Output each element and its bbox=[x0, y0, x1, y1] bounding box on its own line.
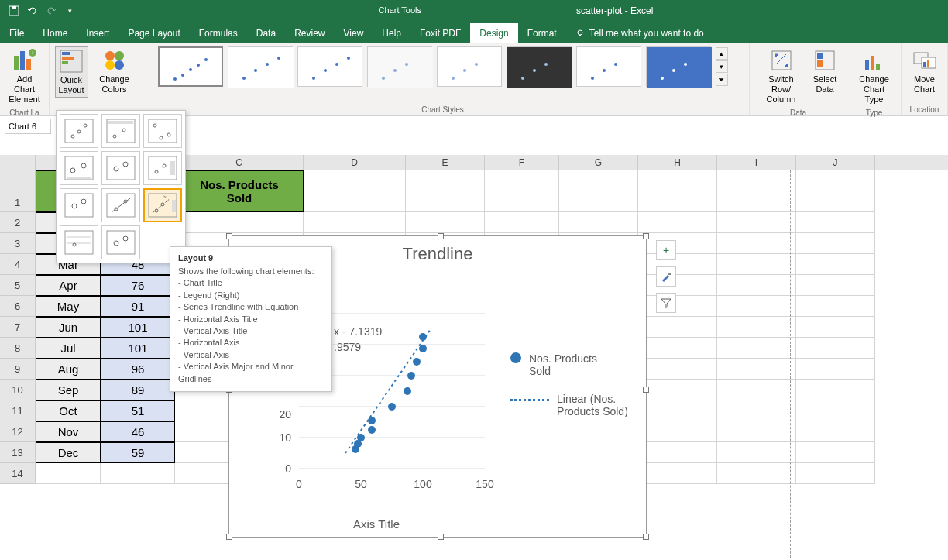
col-header-e[interactable]: E bbox=[406, 155, 485, 170]
add-chart-element-button[interactable]: + Add Chart Element bbox=[5, 46, 43, 107]
layout-5[interactable] bbox=[101, 151, 140, 185]
tab-foxit[interactable]: Foxit PDF bbox=[410, 23, 470, 43]
layout-10[interactable] bbox=[60, 225, 98, 259]
row-header-11[interactable]: 11 bbox=[0, 400, 36, 421]
layout-7[interactable] bbox=[60, 188, 98, 222]
customize-qat-icon[interactable]: ▾ bbox=[62, 3, 77, 19]
resize-handle-s[interactable] bbox=[438, 534, 444, 540]
resize-handle-ne[interactable] bbox=[643, 233, 649, 239]
cell-b7[interactable]: 101 bbox=[101, 317, 175, 338]
select-all-corner[interactable] bbox=[0, 155, 36, 170]
name-box[interactable] bbox=[5, 119, 51, 134]
tab-data[interactable]: Data bbox=[247, 23, 285, 43]
row-header-8[interactable]: 8 bbox=[0, 338, 36, 359]
tab-home[interactable]: Home bbox=[33, 23, 77, 43]
tab-format[interactable]: Format bbox=[518, 23, 566, 43]
cell-a7[interactable]: Jun bbox=[36, 317, 101, 338]
col-header-c[interactable]: C bbox=[175, 155, 304, 170]
cell-a9[interactable]: Aug bbox=[36, 359, 101, 380]
tab-view[interactable]: View bbox=[335, 23, 373, 43]
cell-b10[interactable]: 89 bbox=[101, 380, 175, 400]
resize-handle-sw[interactable] bbox=[226, 534, 232, 540]
row-header-1[interactable]: 1 bbox=[0, 170, 36, 212]
chart-elements-button[interactable]: + bbox=[656, 240, 676, 260]
col-header-f[interactable]: F bbox=[485, 155, 559, 170]
layout-2[interactable] bbox=[101, 114, 140, 148]
chart-legend[interactable]: Nos. Products Sold Linear (Nos. Products… bbox=[510, 352, 634, 433]
chart-style-2[interactable] bbox=[228, 46, 293, 87]
cell-b6[interactable]: 91 bbox=[101, 296, 175, 317]
col-header-g[interactable]: G bbox=[559, 155, 638, 170]
row-header-14[interactable]: 14 bbox=[0, 463, 36, 484]
cell-b8[interactable]: 101 bbox=[101, 338, 175, 359]
cell-a13[interactable]: Dec bbox=[36, 442, 101, 463]
x-axis-title[interactable]: Axis Title bbox=[353, 517, 400, 531]
tab-review[interactable]: Review bbox=[285, 23, 334, 43]
row-header-9[interactable]: 9 bbox=[0, 359, 36, 380]
row-header-10[interactable]: 10 bbox=[0, 380, 36, 400]
col-header-i[interactable]: I bbox=[717, 155, 796, 170]
layout-4[interactable] bbox=[60, 151, 98, 185]
cell-a12[interactable]: Nov bbox=[36, 421, 101, 442]
chart-filters-button[interactable] bbox=[656, 293, 676, 313]
resize-handle-n[interactable] bbox=[438, 233, 444, 239]
chart-style-5[interactable] bbox=[437, 46, 502, 87]
row-header-13[interactable]: 13 bbox=[0, 442, 36, 463]
cell-b5[interactable]: 76 bbox=[101, 275, 175, 296]
tab-file[interactable]: File bbox=[0, 23, 33, 43]
select-data-button[interactable]: Select Data bbox=[809, 46, 840, 107]
cell-b11[interactable]: 51 bbox=[101, 400, 175, 421]
cell-b13[interactable]: 59 bbox=[101, 442, 175, 463]
styles-scroll-up[interactable]: ▴ bbox=[716, 47, 728, 60]
chart-style-4[interactable] bbox=[367, 46, 432, 87]
switch-row-column-button[interactable]: Switch Row/ Column bbox=[756, 46, 806, 107]
col-header-h[interactable]: H bbox=[638, 155, 717, 170]
col-header-d[interactable]: D bbox=[304, 155, 406, 170]
chart-styles-button[interactable] bbox=[656, 266, 676, 287]
chart-style-1[interactable] bbox=[158, 46, 223, 87]
change-colors-button[interactable]: Change Colors bbox=[96, 46, 132, 96]
move-chart-button[interactable]: Move Chart bbox=[908, 46, 941, 96]
styles-scroll-down[interactable]: ▾ bbox=[716, 60, 728, 73]
cell-a11[interactable]: Oct bbox=[36, 400, 101, 421]
cell-b12[interactable]: 46 bbox=[101, 421, 175, 442]
cell-a6[interactable]: May bbox=[36, 296, 101, 317]
cell-b9[interactable]: 96 bbox=[101, 359, 175, 380]
layout-1[interactable] bbox=[60, 114, 98, 148]
quick-layout-button[interactable]: Quick Layout bbox=[55, 46, 88, 98]
cell-a10[interactable]: Sep bbox=[36, 380, 101, 400]
resize-handle-nw[interactable] bbox=[226, 233, 232, 239]
redo-icon[interactable] bbox=[43, 3, 59, 19]
undo-icon[interactable] bbox=[25, 3, 40, 19]
tab-page-layout[interactable]: Page Layout bbox=[118, 23, 189, 43]
layout-3[interactable] bbox=[143, 114, 182, 148]
cell-a5[interactable]: Apr bbox=[36, 275, 101, 296]
resize-handle-e[interactable] bbox=[643, 387, 649, 393]
row-header-7[interactable]: 7 bbox=[0, 317, 36, 338]
col-header-j[interactable]: J bbox=[796, 155, 875, 170]
row-header-3[interactable]: 3 bbox=[0, 233, 36, 254]
cell-a8[interactable]: Jul bbox=[36, 338, 101, 359]
tab-insert[interactable]: Insert bbox=[77, 23, 118, 43]
row-header-2[interactable]: 2 bbox=[0, 212, 36, 233]
cell-c1[interactable]: Nos. ProductsSold bbox=[175, 170, 304, 212]
save-icon[interactable] bbox=[6, 3, 22, 19]
chart-style-6[interactable] bbox=[507, 46, 572, 87]
layout-9[interactable]: fx bbox=[143, 188, 182, 222]
layout-8[interactable] bbox=[101, 188, 140, 222]
chart-style-3[interactable] bbox=[297, 46, 362, 87]
chart-style-8[interactable] bbox=[646, 46, 711, 87]
change-chart-type-button[interactable]: Change Chart Type bbox=[854, 46, 895, 107]
row-header-4[interactable]: 4 bbox=[0, 254, 36, 275]
tell-me-search[interactable]: Tell me what you want to do bbox=[566, 23, 713, 43]
layout-11[interactable] bbox=[101, 225, 140, 259]
tab-formulas[interactable]: Formulas bbox=[190, 23, 247, 43]
chart-style-7[interactable] bbox=[576, 46, 641, 87]
row-header-6[interactable]: 6 bbox=[0, 296, 36, 317]
row-header-12[interactable]: 12 bbox=[0, 421, 36, 442]
tab-design[interactable]: Design bbox=[470, 23, 517, 43]
styles-expand[interactable]: ⏷ bbox=[716, 74, 728, 86]
resize-handle-se[interactable] bbox=[643, 534, 649, 540]
tab-help[interactable]: Help bbox=[373, 23, 410, 43]
layout-6[interactable] bbox=[143, 151, 182, 185]
